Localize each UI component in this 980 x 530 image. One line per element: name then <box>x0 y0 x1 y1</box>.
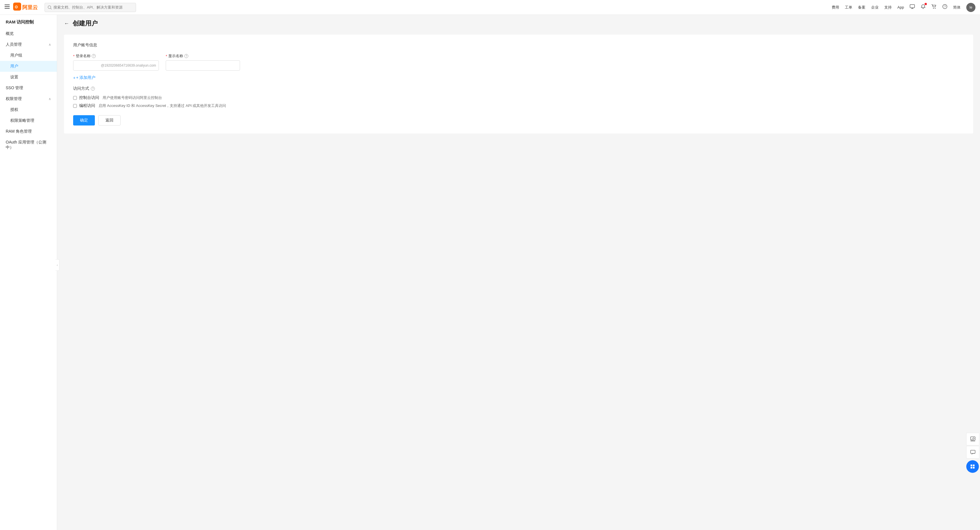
sidebar-item-role[interactable]: RAM 角色管理 <box>0 126 57 137</box>
sidebar-item-user[interactable]: 用户 <box>0 61 57 72</box>
content-area: ← 创建用户 用户账号信息 * 登录名称 ? @1920206654716639… <box>57 12 980 140</box>
sidebar-item-settings[interactable]: 设置 <box>0 72 57 83</box>
avatar[interactable]: Ie <box>966 3 975 12</box>
programmatic-access-label[interactable]: 编程访问 <box>79 103 95 109</box>
nav-link-beian[interactable]: 备案 <box>858 5 865 10</box>
cart-icon[interactable] <box>931 4 937 11</box>
account-form-row: * 登录名称 ? @1920206654716639.onaliyun.com … <box>73 53 964 70</box>
svg-text:⊙: ⊙ <box>14 5 18 9</box>
search-bar[interactable] <box>45 3 136 12</box>
console-access-label[interactable]: 控制台访问 <box>79 95 99 101</box>
nav-link-support[interactable]: 支持 <box>884 5 892 10</box>
page-title: 创建用户 <box>73 19 98 28</box>
float-grid-button[interactable] <box>966 460 979 473</box>
login-name-help-icon[interactable]: ? <box>92 54 96 58</box>
notification-badge <box>924 3 927 5</box>
login-name-group: * 登录名称 ? @1920206654716639.onaliyun.com <box>73 53 159 70</box>
sidebar-item-policy[interactable]: 权限策略管理 <box>0 115 57 126</box>
required-star: * <box>73 54 75 58</box>
access-section-title: 访问方式 ? <box>73 86 964 91</box>
svg-rect-20 <box>973 467 975 469</box>
topnav-right: 费用 工单 备案 企业 支持 App ? 简体 Ie <box>832 3 975 12</box>
add-user-plus-icon: + <box>73 75 75 80</box>
programmatic-access-desc: 启用 AccessKey ID 和 AccessKey Secret，支持通过 … <box>99 103 226 109</box>
right-float-buttons <box>966 433 980 473</box>
access-help-icon[interactable]: ? <box>91 86 95 91</box>
float-chat-button[interactable] <box>966 446 979 458</box>
login-name-input[interactable] <box>73 60 159 70</box>
nav-link-cost[interactable]: 费用 <box>832 5 839 10</box>
sidebar-title: RAM 访问控制 <box>0 15 57 28</box>
required-star-2: * <box>166 54 167 58</box>
nav-link-enterprise[interactable]: 企业 <box>871 5 878 10</box>
logo[interactable]: ⊙ 阿里云 <box>13 3 38 12</box>
sidebar-group-permission[interactable]: 权限管理 ∧ <box>0 94 57 104</box>
svg-rect-18 <box>973 465 975 466</box>
topnav: ⊙ 阿里云 费用 工单 备案 企业 支持 App ? 简体 Ie <box>0 0 980 15</box>
svg-rect-7 <box>910 5 915 8</box>
svg-text:?: ? <box>944 5 946 8</box>
logo-icon: ⊙ <box>13 3 21 12</box>
sidebar-group-people[interactable]: 人员管理 ∧ <box>0 39 57 50</box>
svg-point-11 <box>935 8 936 9</box>
svg-rect-0 <box>5 5 10 5</box>
sidebar-item-auth[interactable]: 授权 <box>0 104 57 115</box>
svg-point-10 <box>933 8 934 9</box>
svg-rect-2 <box>5 8 10 9</box>
sidebar: RAM 访问控制 概览 人员管理 ∧ 用户组 用户 设置 SSO 管理 权限管理… <box>0 15 57 515</box>
page-header: ← 创建用户 <box>64 19 973 28</box>
sidebar-item-oauth[interactable]: OAuth 应用管理（公测中） <box>0 137 57 153</box>
chevron-left-icon: ‹ <box>57 263 58 267</box>
login-name-label: * 登录名称 ? <box>73 53 159 59</box>
sidebar-item-overview[interactable]: 概览 <box>0 28 57 39</box>
add-user-link[interactable]: + + 添加用户 <box>73 75 964 80</box>
login-name-input-wrapper: @1920206654716639.onaliyun.com <box>73 60 159 70</box>
float-edit-button[interactable] <box>966 433 979 445</box>
display-name-input[interactable] <box>166 60 240 70</box>
sidebar-item-sso[interactable]: SSO 管理 <box>0 83 57 94</box>
console-access-row: 控制台访问 用户使用账号密码访问阿里云控制台 <box>73 95 964 101</box>
console-access-desc: 用户使用账号密码访问阿里云控制台 <box>103 95 162 101</box>
lang-switch[interactable]: 简体 <box>953 5 961 10</box>
programmatic-access-row: 编程访问 启用 AccessKey ID 和 AccessKey Secret，… <box>73 103 964 109</box>
search-input[interactable] <box>53 5 133 10</box>
cancel-button[interactable]: 返回 <box>98 115 121 126</box>
nav-link-app[interactable]: App <box>897 5 904 10</box>
display-name-label: * 显示名称 ? <box>166 53 240 59</box>
svg-rect-1 <box>5 6 10 7</box>
svg-rect-17 <box>970 465 972 466</box>
confirm-button[interactable]: 确定 <box>73 115 95 126</box>
programmatic-access-checkbox[interactable] <box>73 104 77 108</box>
form-actions: 确定 返回 <box>73 115 964 126</box>
bell-icon[interactable] <box>921 4 926 11</box>
svg-line-6 <box>51 8 51 9</box>
display-name-help-icon[interactable]: ? <box>184 54 188 58</box>
hamburger-menu-icon[interactable] <box>5 4 10 11</box>
logo-text: 阿里云 <box>22 4 38 11</box>
help-icon[interactable]: ? <box>942 4 947 11</box>
chevron-up-icon-2: ∧ <box>49 97 51 101</box>
account-section-title: 用户账号信息 <box>73 43 964 48</box>
sidebar-collapse-button[interactable]: ‹ <box>56 259 59 271</box>
main-content: RAM 访问控制 / 用户 / 创建用户 ← 创建用户 用户账号信息 * 登录名… <box>57 0 980 515</box>
svg-rect-19 <box>970 467 972 469</box>
chevron-up-icon: ∧ <box>49 43 51 46</box>
nav-link-ticket[interactable]: 工单 <box>845 5 852 10</box>
form-card: 用户账号信息 * 登录名称 ? @1920206654716639.onaliy… <box>64 35 973 134</box>
sidebar-item-user-group[interactable]: 用户组 <box>0 50 57 61</box>
monitor-icon[interactable] <box>910 4 915 11</box>
display-name-group: * 显示名称 ? <box>166 53 240 70</box>
back-button[interactable]: ← <box>64 21 69 27</box>
svg-rect-16 <box>970 450 975 453</box>
console-access-checkbox[interactable] <box>73 96 77 100</box>
